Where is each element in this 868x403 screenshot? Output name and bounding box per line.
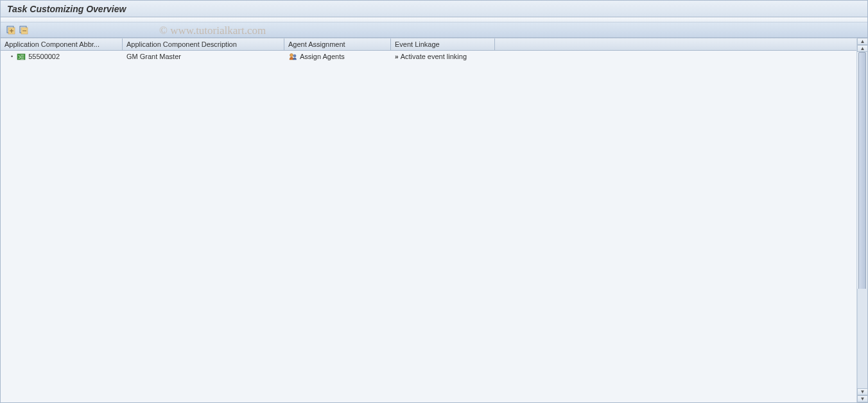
tree-bullet-icon: • [11, 53, 13, 60]
cell-abbr: • 55500002 [1, 52, 123, 62]
scroll-thumb[interactable] [858, 52, 866, 296]
title-bar: Task Customizing Overview [1, 1, 867, 17]
table-row[interactable]: • 55500002 GM Grant Master [1, 51, 856, 62]
expand-all-icon [6, 26, 15, 35]
column-header-abbr[interactable]: Application Component Abbr... [1, 39, 123, 50]
app-window: Task Customizing Overview A [0, 0, 868, 403]
page-title: Task Customizing Overview [7, 4, 126, 14]
vertical-scrollbar[interactable]: ▲ ▲ ▼ ▼ [856, 38, 867, 402]
collapse-all-button[interactable] [19, 25, 29, 35]
event-text: Activate event linking [401, 53, 467, 60]
scroll-down-button-2[interactable]: ▼ [857, 388, 868, 395]
abbr-text: 55500002 [28, 53, 60, 60]
collapse-all-icon [19, 26, 28, 35]
scroll-down-button[interactable]: ▼ [857, 395, 868, 402]
component-icon [17, 53, 26, 61]
column-header-desc[interactable]: Application Component Description [123, 39, 284, 50]
column-header-event[interactable]: Event Linkage [391, 39, 495, 50]
cell-event[interactable]: ›› Activate event linking [391, 52, 495, 61]
table-body: • 55500002 GM Grant Master [1, 51, 856, 402]
expand-all-button[interactable] [6, 25, 16, 35]
scroll-track[interactable] [857, 52, 867, 388]
assign-agents-icon [288, 53, 297, 61]
toolbar [1, 22, 867, 38]
cell-agent[interactable]: Assign Agents [284, 52, 391, 62]
agent-text: Assign Agents [300, 53, 345, 60]
column-header-empty [495, 39, 856, 50]
cell-desc: GM Grant Master [123, 52, 284, 61]
svg-point-12 [293, 55, 296, 57]
main-content: Application Component Abbr... Applicatio… [1, 38, 856, 402]
column-header-agent[interactable]: Agent Assignment [284, 39, 391, 50]
table-header: Application Component Abbr... Applicatio… [1, 38, 856, 51]
content-area: Application Component Abbr... Applicatio… [1, 38, 867, 402]
scroll-up-button[interactable]: ▲ [857, 38, 868, 45]
event-linking-icon: ›› [395, 53, 398, 60]
title-spacer [1, 17, 867, 22]
scroll-up-button-2[interactable]: ▲ [857, 45, 868, 52]
scroll-track-lower [857, 289, 867, 388]
svg-point-11 [290, 53, 293, 56]
desc-text: GM Grant Master [126, 53, 181, 60]
